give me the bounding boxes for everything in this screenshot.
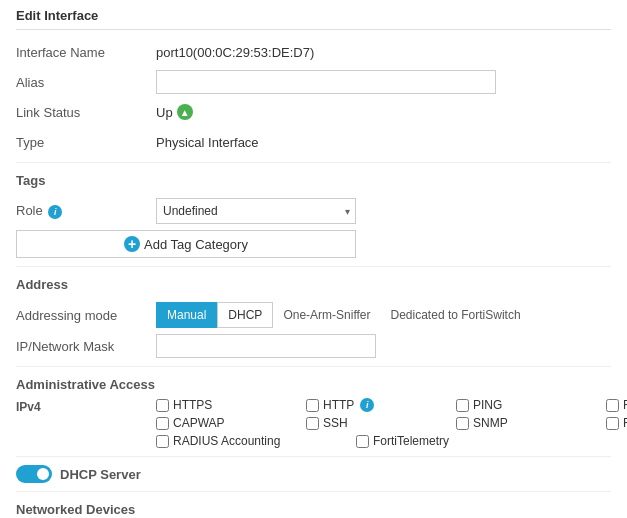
radius-checkbox[interactable]	[156, 435, 169, 448]
divider-4	[16, 456, 611, 457]
alias-input-wrapper	[156, 70, 496, 94]
dhcp-server-row: DHCP Server	[16, 465, 611, 483]
divider-3	[16, 366, 611, 367]
checkbox-snmp: SNMP	[456, 416, 586, 430]
checkbox-ftm: FTM	[606, 416, 627, 430]
capwap-checkbox[interactable]	[156, 417, 169, 430]
ssh-checkbox[interactable]	[306, 417, 319, 430]
ip-mask-input[interactable]	[156, 334, 376, 358]
type-label: Type	[16, 135, 156, 150]
dhcp-server-label: DHCP Server	[60, 467, 141, 482]
add-tag-row: + Add Tag Category	[16, 230, 611, 258]
snmp-label: SNMP	[473, 416, 508, 430]
ipv4-access-row: IPv4 HTTPS HTTP i PING FMG-Acce	[16, 398, 611, 448]
role-row: Role i Undefined LAN WAN DMZ ▾	[16, 198, 611, 224]
checkbox-capwap: CAPWAP	[156, 416, 286, 430]
addressing-mode-label: Addressing mode	[16, 308, 156, 323]
edit-interface-container: Edit Interface Interface Name port10(00:…	[0, 0, 627, 518]
alias-label: Alias	[16, 75, 156, 90]
checkbox-http: HTTP i	[306, 398, 436, 412]
ftm-label: FTM	[623, 416, 627, 430]
checkbox-radius: RADIUS Accounting	[156, 434, 336, 448]
dhcp-server-toggle[interactable]	[16, 465, 52, 483]
ip-mask-row: IP/Network Mask	[16, 334, 611, 358]
checkbox-ssh: SSH	[306, 416, 436, 430]
link-status-row: Link Status Up ▲	[16, 100, 611, 124]
add-tag-label: Add Tag Category	[144, 237, 248, 252]
http-label: HTTP	[323, 398, 354, 412]
ipv4-label: IPv4	[16, 398, 156, 414]
addressing-mode-row: Addressing mode Manual DHCP One-Arm-Snif…	[16, 302, 611, 328]
interface-name-label: Interface Name	[16, 45, 156, 60]
addressing-mode-group: Manual DHCP One-Arm-Sniffer Dedicated to…	[156, 302, 531, 328]
role-label: Role i	[16, 203, 156, 219]
role-info-icon[interactable]: i	[48, 205, 62, 219]
mode-sniffer-label: One-Arm-Sniffer	[273, 302, 380, 328]
checkbox-row-3: RADIUS Accounting FortiTelemetry	[156, 434, 627, 448]
ssh-label: SSH	[323, 416, 348, 430]
dhcp-slider	[16, 465, 52, 483]
ping-checkbox[interactable]	[456, 399, 469, 412]
type-row: Type Physical Interface	[16, 130, 611, 154]
mode-fortiswitch-label: Dedicated to FortiSwitch	[381, 302, 531, 328]
ping-label: PING	[473, 398, 502, 412]
interface-name-value: port10(00:0C:29:53:DE:D7)	[156, 45, 314, 60]
checkbox-fmg: FMG-Access	[606, 398, 627, 412]
address-section-header: Address	[16, 277, 611, 296]
https-label: HTTPS	[173, 398, 212, 412]
fortitelemetry-label: FortiTelemetry	[373, 434, 449, 448]
divider-2	[16, 266, 611, 267]
https-checkbox[interactable]	[156, 399, 169, 412]
ip-mask-label: IP/Network Mask	[16, 339, 156, 354]
checkbox-fortitelemetry: FortiTelemetry	[356, 434, 486, 448]
divider-1	[16, 162, 611, 163]
status-up-icon: ▲	[177, 104, 193, 120]
interface-name-row: Interface Name port10(00:0C:29:53:DE:D7)	[16, 40, 611, 64]
role-select-wrapper: Undefined LAN WAN DMZ ▾	[156, 198, 356, 224]
type-value: Physical Interface	[156, 135, 259, 150]
checkbox-row-1: HTTPS HTTP i PING FMG-Access	[156, 398, 627, 412]
ip-mask-input-wrapper	[156, 334, 496, 358]
ftm-checkbox[interactable]	[606, 417, 619, 430]
admin-access-title: Administrative Access	[16, 377, 611, 392]
admin-access-checkboxes: HTTPS HTTP i PING FMG-Access	[156, 398, 627, 448]
capwap-label: CAPWAP	[173, 416, 225, 430]
checkbox-https: HTTPS	[156, 398, 286, 412]
mode-dhcp-button[interactable]: DHCP	[217, 302, 273, 328]
radius-label: RADIUS Accounting	[173, 434, 280, 448]
networked-devices-header: Networked Devices	[16, 502, 611, 518]
add-tag-icon: +	[124, 236, 140, 252]
divider-5	[16, 491, 611, 492]
add-tag-button[interactable]: + Add Tag Category	[16, 230, 356, 258]
alias-row: Alias	[16, 70, 611, 94]
fmg-checkbox[interactable]	[606, 399, 619, 412]
link-status-label: Link Status	[16, 105, 156, 120]
http-checkbox[interactable]	[306, 399, 319, 412]
mode-manual-button[interactable]: Manual	[156, 302, 217, 328]
alias-input[interactable]	[156, 70, 496, 94]
http-info-icon[interactable]: i	[360, 398, 374, 412]
fmg-label: FMG-Access	[623, 398, 627, 412]
tags-section-header: Tags	[16, 173, 611, 192]
fortitelemetry-checkbox[interactable]	[356, 435, 369, 448]
page-title: Edit Interface	[16, 8, 611, 30]
checkbox-ping: PING	[456, 398, 586, 412]
checkbox-row-2: CAPWAP SSH SNMP FTM	[156, 416, 627, 430]
link-status-value: Up ▲	[156, 104, 193, 120]
link-status-text: Up	[156, 105, 173, 120]
snmp-checkbox[interactable]	[456, 417, 469, 430]
role-select[interactable]: Undefined LAN WAN DMZ	[156, 198, 356, 224]
